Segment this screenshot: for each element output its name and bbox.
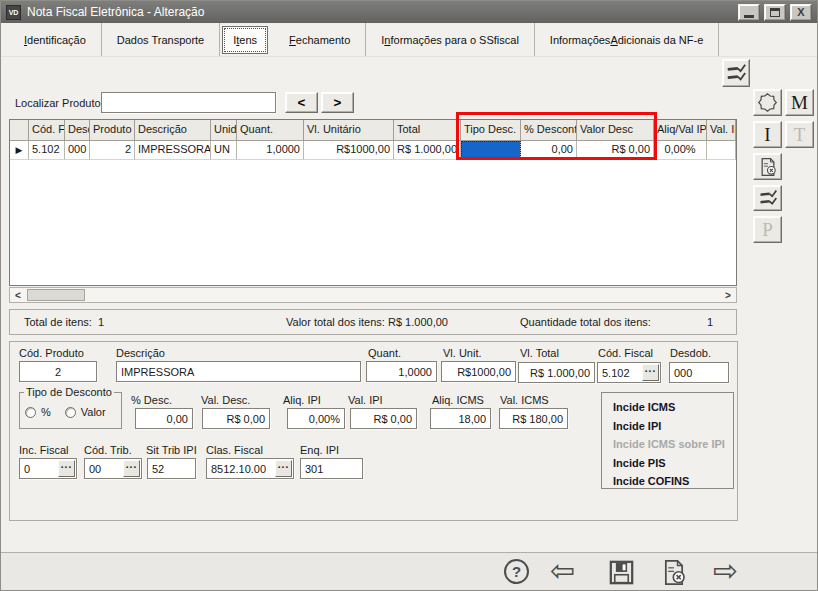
grid-col-val-ip[interactable]: Val. IP bbox=[707, 120, 736, 141]
cancel-button[interactable] bbox=[660, 558, 688, 587]
sit-trib-ipi-field[interactable]: 52 bbox=[147, 458, 196, 479]
perc-desc-value: 0,00 bbox=[136, 413, 192, 425]
cod-fiscal-value: 5.102 bbox=[598, 367, 642, 379]
cell-perc-desconto[interactable]: 0,00 bbox=[521, 141, 577, 160]
cod-produto-field[interactable]: 2 bbox=[19, 361, 97, 382]
radio-option-percent[interactable]: % bbox=[25, 406, 51, 418]
radio-percent-icon[interactable] bbox=[25, 407, 36, 418]
grid-col-descricao[interactable]: Descrição bbox=[135, 120, 211, 141]
cell-quantidade[interactable]: 1,0000 bbox=[237, 141, 304, 160]
search-input[interactable] bbox=[102, 93, 275, 112]
search-field[interactable] bbox=[101, 92, 276, 113]
cell-tipo-desc-selected[interactable] bbox=[461, 141, 521, 160]
val-desc-field[interactable]: R$ 0,00 bbox=[202, 408, 270, 429]
clas-fiscal-browse-button[interactable]: ... bbox=[275, 460, 292, 477]
tab-identificacao[interactable]: Identificação bbox=[9, 23, 102, 56]
cell-val-ip[interactable] bbox=[707, 141, 736, 160]
save-button[interactable] bbox=[608, 559, 635, 586]
vl-total-field[interactable]: R$ 1.000,00 bbox=[518, 362, 595, 383]
perc-desc-field[interactable]: 0,00 bbox=[135, 408, 193, 429]
cod-produto-label: Cód. Produto bbox=[19, 347, 84, 359]
descricao-field[interactable]: IMPRESSORA bbox=[116, 361, 361, 382]
tab-informacoes-ssfiscal[interactable]: Informações para o SSfiscal bbox=[366, 23, 535, 56]
aliq-ipi-field[interactable]: 0,00% bbox=[287, 408, 345, 429]
minimize-button[interactable] bbox=[738, 4, 760, 21]
close-button[interactable]: X bbox=[790, 4, 812, 21]
grid-col-total[interactable]: Total bbox=[394, 120, 461, 141]
total-items-label: Total de itens: bbox=[24, 316, 92, 328]
cell-desdobro[interactable]: 000 bbox=[65, 141, 90, 160]
val-ipi-field[interactable]: R$ 0,00 bbox=[350, 408, 417, 429]
title-bar[interactable]: VD Nota Fiscal Eletrônica - Alteração X bbox=[1, 1, 817, 23]
enq-ipi-field[interactable]: 301 bbox=[300, 458, 363, 479]
aliq-icms-field[interactable]: 18,00 bbox=[430, 408, 491, 429]
nota-fiscal-window: VD Nota Fiscal Eletrônica - Alteração X … bbox=[0, 0, 818, 591]
confirm-list-button[interactable] bbox=[753, 185, 782, 211]
cod-trib-browse-button[interactable]: ... bbox=[123, 460, 140, 477]
radio-option-valor[interactable]: Valor bbox=[65, 406, 106, 418]
vl-unit-label: Vl. Unit. bbox=[443, 347, 482, 359]
vl-unit-field[interactable]: R$1000,00 bbox=[441, 361, 516, 382]
cell-vl-unitario[interactable]: R$1000,00 bbox=[304, 141, 394, 160]
search-prev-button[interactable]: < bbox=[285, 92, 318, 113]
inc-fiscal-field[interactable]: 0 ... bbox=[19, 458, 77, 479]
next-record-button[interactable]: ⇨ bbox=[713, 553, 738, 589]
clas-fiscal-field[interactable]: 8512.10.00 ... bbox=[206, 458, 294, 479]
grid-col-perc-desconto[interactable]: % Desconto bbox=[521, 120, 577, 141]
grid-col-valor-desc[interactable]: Valor Desc bbox=[577, 120, 654, 141]
grid-col-desdobro[interactable]: Desd bbox=[65, 120, 90, 141]
cell-unidade[interactable]: UN bbox=[211, 141, 237, 160]
val-icms-field[interactable]: R$ 180,00 bbox=[499, 408, 568, 429]
grid-col-produto[interactable]: Produto bbox=[90, 120, 135, 141]
grid-col-cod-fiscal[interactable]: Cód. F bbox=[29, 120, 65, 141]
scroll-left-icon[interactable]: < bbox=[10, 288, 26, 302]
cell-descricao[interactable]: IMPRESSORA bbox=[135, 141, 211, 160]
incide-ipi-item[interactable]: Incide IPI bbox=[613, 417, 733, 436]
cell-aliq-val-ip[interactable]: 0,00% bbox=[654, 141, 707, 160]
desdob-field[interactable]: 000 bbox=[669, 362, 729, 383]
arrow-right-icon: ⇨ bbox=[713, 553, 738, 588]
scroll-right-icon[interactable]: > bbox=[720, 288, 736, 302]
quant-field[interactable]: 1,0000 bbox=[366, 361, 437, 382]
scrollbar-thumb[interactable] bbox=[27, 289, 85, 301]
grid-col-unidade[interactable]: Unid bbox=[211, 120, 237, 141]
items-grid[interactable]: Cód. F Desd Produto Descrição Unid Quant… bbox=[9, 119, 737, 286]
help-button[interactable]: ? bbox=[504, 559, 529, 584]
search-next-button[interactable]: > bbox=[321, 92, 354, 113]
grid-horizontal-scrollbar[interactable]: < > bbox=[9, 287, 737, 303]
radio-valor-icon[interactable] bbox=[65, 407, 76, 418]
grid-col-vl-unitario[interactable]: Vl. Unitário bbox=[304, 120, 394, 141]
grid-col-aliq-val-ip[interactable]: Aliq/Val IP bbox=[654, 120, 707, 141]
marcar-button[interactable]: M bbox=[785, 89, 814, 116]
seal-button[interactable] bbox=[753, 89, 782, 116]
seal-icon bbox=[757, 92, 778, 113]
incide-listbox[interactable]: Incide ICMS Incide IPI Incide ICMS sobre… bbox=[601, 392, 734, 489]
sit-trib-ipi-label: Sit Trib IPI bbox=[146, 444, 197, 456]
maximize-button[interactable] bbox=[764, 4, 786, 21]
cod-trib-field[interactable]: 00 ... bbox=[84, 458, 142, 479]
cell-produto[interactable]: 2 bbox=[90, 141, 135, 160]
quant-label: Quant. bbox=[368, 347, 401, 359]
tab-dados-transporte[interactable]: Dados Transporte bbox=[102, 23, 220, 56]
previous-record-button[interactable]: ⇦ bbox=[550, 553, 575, 589]
letter-t-icon: T bbox=[794, 125, 806, 144]
grid-col-quantidade[interactable]: Quant. bbox=[237, 120, 304, 141]
tab-itens[interactable]: Itens bbox=[222, 26, 268, 54]
excluir-item-button[interactable] bbox=[753, 153, 782, 180]
tab-fechamento[interactable]: Fechamento bbox=[274, 23, 366, 56]
check-items-button[interactable] bbox=[722, 59, 750, 87]
grid-data-row[interactable]: ▶ 5.102 000 2 IMPRESSORA UN 1,0000 R$100… bbox=[10, 141, 736, 160]
inc-fiscal-browse-button[interactable]: ... bbox=[58, 460, 75, 477]
grid-col-tipo-desc[interactable]: Tipo Desc. bbox=[461, 120, 521, 141]
cell-cod-fiscal[interactable]: 5.102 bbox=[29, 141, 65, 160]
incluir-button[interactable]: I bbox=[753, 121, 782, 148]
cod-fiscal-browse-button[interactable]: ... bbox=[642, 364, 659, 381]
cell-total[interactable]: R$ 1.000,00 bbox=[394, 141, 461, 160]
val-ipi-value: R$ 0,00 bbox=[351, 413, 416, 425]
cell-valor-desc[interactable]: R$ 0,00 bbox=[577, 141, 654, 160]
incide-pis-item[interactable]: Incide PIS bbox=[613, 454, 733, 473]
cod-fiscal-field[interactable]: 5.102 ... bbox=[597, 362, 661, 383]
incide-icms-item[interactable]: Incide ICMS bbox=[613, 398, 733, 417]
tab-informacoes-adicionais-nfe[interactable]: Informações Adicionais da NF-e bbox=[535, 23, 719, 56]
incide-cofins-item[interactable]: Incide COFINS bbox=[613, 472, 733, 491]
